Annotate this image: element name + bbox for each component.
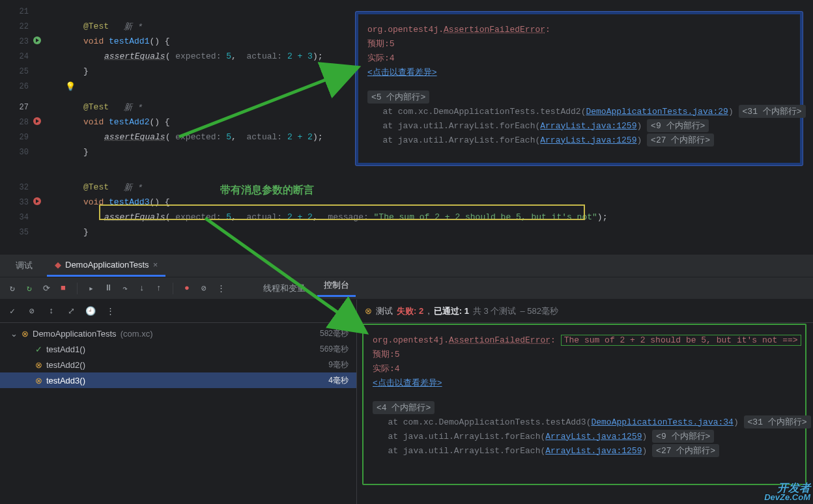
history-icon[interactable]: 🕘 bbox=[85, 305, 96, 317]
highlight-box bbox=[99, 204, 585, 220]
tree-item-testadd2[interactable]: ⊗testAdd2() 9毫秒 bbox=[0, 357, 356, 372]
resume-icon[interactable]: ▸ bbox=[85, 283, 97, 294]
step-into-icon[interactable]: ↓ bbox=[136, 283, 148, 294]
watermark: 开发者 DevZe.CoM bbox=[764, 483, 810, 501]
tab-demo-tests[interactable]: ◆ DemoApplicationTests × bbox=[47, 255, 165, 277]
debug-toolbar: ↻ ↻ ⟳ ■ ▸ ⏸ ↷ ↓ ↑ ● ⊘ ⋮ 线程和变量 控制台 bbox=[0, 277, 813, 300]
lightbulb-icon[interactable]: 💡 bbox=[65, 81, 76, 92]
run-gutter-fail-icon[interactable] bbox=[33, 117, 47, 128]
diff-link[interactable]: <点击以查看差异> bbox=[367, 66, 437, 78]
fail-icon: ⊗ bbox=[35, 376, 42, 385]
expand-icon[interactable]: ⤢ bbox=[65, 305, 77, 317]
check-icon: ✓ bbox=[35, 344, 42, 354]
more-icon[interactable]: ⋮ bbox=[215, 283, 227, 294]
rerun-failed-icon[interactable]: ↻ bbox=[23, 283, 35, 294]
mute-breakpoints-icon[interactable]: ⊘ bbox=[198, 283, 210, 294]
tree-item-testadd3[interactable]: ⊗testAdd3() 4毫秒 bbox=[0, 372, 356, 388]
fail-icon: ⊗ bbox=[35, 360, 42, 370]
test-tree-panel: ✓ ⊘ ↕ ⤢ 🕘 ⋮ ⌄ ⊗ DemoApplicationTests (co… bbox=[0, 300, 357, 504]
pause-icon[interactable]: ⏸ bbox=[102, 283, 114, 294]
subtab-threads[interactable]: 线程和变量 bbox=[257, 283, 312, 294]
error-overlay-bottom: org.opentest4j.AssertionFailedError: The… bbox=[362, 324, 806, 485]
tree-root[interactable]: ⌄ ⊗ DemoApplicationTests (com.xc) 582毫秒 bbox=[0, 326, 356, 341]
step-over-icon[interactable]: ↷ bbox=[119, 283, 131, 294]
toggle-auto-icon[interactable]: ⟳ bbox=[40, 283, 52, 294]
warn-icon: ⊗ bbox=[21, 329, 29, 339]
warn-icon: ⊗ bbox=[365, 306, 372, 316]
run-gutter-fail-icon[interactable] bbox=[33, 197, 47, 208]
show-ignored-icon[interactable]: ⊘ bbox=[26, 305, 38, 317]
error-overlay-top: org.opentest4j.AssertionFailedError: 预期:… bbox=[356, 12, 803, 165]
stack-link[interactable]: DemoApplicationTests.java:29 bbox=[586, 107, 728, 117]
close-icon[interactable]: × bbox=[153, 260, 158, 270]
view-breakpoints-icon[interactable]: ● bbox=[181, 283, 193, 294]
more-filter-icon[interactable]: ⋮ bbox=[104, 305, 116, 317]
test-tab-icon: ◆ bbox=[55, 260, 61, 270]
stop-icon[interactable]: ■ bbox=[57, 283, 69, 294]
subtab-console[interactable]: 控制台 bbox=[317, 279, 356, 297]
line-number: 21 bbox=[0, 7, 33, 16]
show-passed-icon[interactable]: ✓ bbox=[7, 305, 18, 317]
stack-collapse-badge[interactable]: <5 个内部行> bbox=[367, 91, 429, 104]
bottom-panel-tabs: 调试 ◆ DemoApplicationTests × bbox=[0, 254, 813, 277]
test-status-bar: ⊗ 测试 失败: 2, 已通过: 1 共 3 个测试 – 582毫秒 bbox=[357, 300, 813, 323]
run-gutter-icon[interactable] bbox=[33, 36, 47, 48]
step-out-icon[interactable]: ↑ bbox=[153, 283, 165, 294]
tab-debug[interactable]: 调试 bbox=[8, 255, 40, 277]
annotation: @Test bbox=[83, 21, 109, 31]
chevron-down-icon: ⌄ bbox=[10, 329, 18, 339]
sort-icon[interactable]: ↕ bbox=[46, 305, 57, 317]
diff-link[interactable]: <点击以查看差异> bbox=[373, 377, 442, 389]
tree-item-testadd1[interactable]: ✓testAdd1() 569毫秒 bbox=[0, 341, 356, 357]
annotation-label: 带有消息参数的断言 bbox=[220, 184, 314, 197]
rerun-icon[interactable]: ↻ bbox=[7, 283, 18, 294]
